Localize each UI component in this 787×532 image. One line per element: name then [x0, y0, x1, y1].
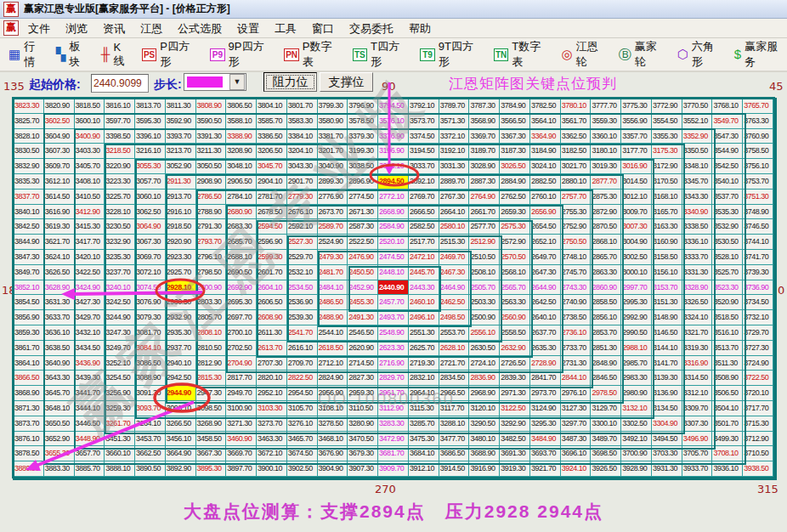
- grid-cell-r24c7[interactable]: 3667.30: [196, 446, 227, 461]
- grid-cell-r21c18[interactable]: 3124.90: [530, 401, 561, 416]
- grid-cell-r8c21[interactable]: 3009.70: [621, 205, 652, 220]
- grid-cell-r24c4[interactable]: 3660.10: [105, 446, 135, 461]
- grid-cell-r24c25[interactable]: 3710.50: [743, 446, 773, 461]
- grid-cell-r19c24[interactable]: 3508.90: [712, 371, 743, 386]
- grid-cell-r2c15[interactable]: 3571.30: [439, 114, 470, 129]
- grid-cell-r12c13[interactable]: 2448.10: [378, 265, 409, 280]
- grid-cell-r6c23[interactable]: 3345.70: [682, 174, 713, 190]
- grid-cell-r9c25[interactable]: 3746.50: [743, 219, 773, 235]
- grid-cell-r14c24[interactable]: 3520.90: [712, 295, 743, 310]
- grid-cell-r22c24[interactable]: 3501.70: [712, 416, 743, 432]
- grid-cell-r1c3[interactable]: 3818.50: [75, 99, 105, 114]
- grid-cell-r22c6[interactable]: 3266.50: [166, 416, 196, 432]
- grid-cell-r1c1[interactable]: 3823.30: [14, 99, 44, 114]
- grid-cell-r5c2[interactable]: 3609.70: [44, 159, 75, 174]
- grid-cell-r6c7[interactable]: 2908.90: [196, 174, 227, 190]
- grid-cell-r9c19[interactable]: 2752.90: [561, 219, 592, 235]
- grid-cell-r5c15[interactable]: 3031.30: [439, 159, 470, 174]
- grid-cell-r17c20[interactable]: 2851.30: [591, 341, 621, 356]
- grid-cell-r10c22[interactable]: 3160.90: [652, 235, 682, 250]
- grid-cell-r23c20[interactable]: 3489.70: [591, 432, 621, 447]
- grid-cell-r8c13[interactable]: 2668.90: [378, 205, 409, 220]
- grid-cell-r10c3[interactable]: 3417.70: [75, 235, 105, 250]
- grid-cell-r9c22[interactable]: 3163.30: [652, 219, 682, 235]
- grid-cell-r5c3[interactable]: 3405.70: [75, 159, 105, 174]
- grid-cell-r13c20[interactable]: 2860.90: [591, 280, 621, 296]
- grid-cell-r18c21[interactable]: 2985.70: [621, 356, 652, 371]
- grid-cell-r13c3[interactable]: 3424.90: [75, 280, 105, 296]
- grid-cell-r22c25[interactable]: 3715.30: [743, 416, 773, 432]
- grid-cell-r23c15[interactable]: 3477.70: [439, 432, 470, 447]
- grid-cell-r6c18[interactable]: 2882.50: [530, 174, 561, 190]
- grid-cell-r12c2[interactable]: 3626.50: [44, 265, 75, 280]
- grid-cell-r22c10[interactable]: 3276.10: [287, 416, 318, 432]
- grid-cell-r18c23[interactable]: 3316.90: [682, 356, 713, 371]
- grid-cell-r4c1[interactable]: 3830.50: [14, 144, 44, 159]
- grid-cell-r4c18[interactable]: 3184.90: [530, 144, 561, 159]
- grid-cell-r3c7[interactable]: 3391.30: [196, 129, 227, 144]
- grid-cell-r11c19[interactable]: 2748.10: [561, 250, 592, 265]
- grid-cell-r21c19[interactable]: 3127.30: [561, 401, 592, 416]
- grid-cell-r19c22[interactable]: 3139.30: [652, 371, 682, 386]
- grid-cell-r24c23[interactable]: 3705.70: [682, 446, 713, 461]
- grid-cell-r14c5[interactable]: 3076.90: [135, 295, 166, 310]
- grid-cell-r24c17[interactable]: 3691.30: [500, 446, 530, 461]
- step-select[interactable]: ▼: [184, 73, 246, 91]
- grid-cell-r16c6[interactable]: 2935.30: [166, 325, 196, 341]
- grid-cell-r17c3[interactable]: 3434.50: [75, 341, 105, 356]
- grid-cell-r11c16[interactable]: 2510.50: [469, 250, 500, 265]
- grid-cell-r14c7[interactable]: 2803.30: [196, 295, 227, 310]
- grid-cell-r4c19[interactable]: 3182.50: [561, 144, 592, 159]
- grid-cell-r1c5[interactable]: 3813.70: [135, 99, 166, 114]
- grid-cell-r12c14[interactable]: 2445.70: [409, 265, 439, 280]
- grid-cell-r13c4[interactable]: 3240.10: [105, 280, 135, 296]
- grid-cell-r2c4[interactable]: 3597.70: [105, 114, 135, 129]
- grid-cell-r11c21[interactable]: 3002.50: [621, 250, 652, 265]
- grid-cell-r20c23[interactable]: 3312.10: [682, 386, 713, 401]
- grid-cell-r15c24[interactable]: 3518.50: [712, 310, 743, 325]
- grid-cell-r5c18[interactable]: 3024.10: [530, 159, 561, 174]
- grid-cell-r16c3[interactable]: 3432.10: [75, 325, 105, 341]
- grid-cell-r6c13[interactable]: 2894.50: [378, 174, 409, 190]
- grid-cell-r22c21[interactable]: 3302.50: [621, 416, 652, 432]
- grid-cell-r22c9[interactable]: 3273.70: [257, 416, 287, 432]
- grid-cell-r25c9[interactable]: 3900.10: [257, 461, 287, 477]
- grid-cell-r25c14[interactable]: 3912.10: [409, 461, 439, 477]
- grid-cell-r25c19[interactable]: 3924.10: [561, 461, 592, 477]
- grid-cell-r4c3[interactable]: 3403.30: [75, 144, 105, 159]
- grid-cell-r23c12[interactable]: 3470.50: [348, 432, 378, 447]
- grid-cell-r12c11[interactable]: 2481.70: [318, 265, 348, 280]
- grid-cell-r22c14[interactable]: 3285.70: [409, 416, 439, 432]
- grid-cell-r1c20[interactable]: 3777.70: [591, 99, 621, 114]
- grid-cell-r17c7[interactable]: 2810.50: [196, 341, 227, 356]
- grid-cell-r22c1[interactable]: 3873.70: [14, 416, 44, 432]
- grid-cell-r3c9[interactable]: 3386.50: [257, 129, 287, 144]
- grid-cell-r11c12[interactable]: 2476.90: [348, 250, 378, 265]
- grid-cell-r3c20[interactable]: 3360.10: [591, 129, 621, 144]
- grid-cell-r21c25[interactable]: 3717.70: [743, 401, 773, 416]
- grid-cell-r12c20[interactable]: 2863.30: [591, 265, 621, 280]
- grid-cell-r4c11[interactable]: 3201.70: [318, 144, 348, 159]
- grid-cell-r7c19[interactable]: 2757.70: [561, 190, 592, 205]
- grid-cell-r13c16[interactable]: 2505.70: [469, 280, 500, 296]
- grid-cell-r15c21[interactable]: 2992.90: [621, 310, 652, 325]
- grid-cell-r7c6[interactable]: 2913.70: [166, 190, 196, 205]
- grid-cell-r23c16[interactable]: 3480.10: [469, 432, 500, 447]
- grid-cell-r10c21[interactable]: 3004.90: [621, 235, 652, 250]
- grid-cell-r6c1[interactable]: 3835.30: [14, 174, 44, 190]
- grid-cell-r8c25[interactable]: 3748.90: [743, 205, 773, 220]
- grid-cell-r12c9[interactable]: 2601.70: [257, 265, 287, 280]
- grid-cell-r18c13[interactable]: 2716.90: [378, 356, 409, 371]
- grid-cell-r15c6[interactable]: 2932.90: [166, 310, 196, 325]
- grid-cell-r9c10[interactable]: 2592.10: [287, 219, 318, 235]
- grid-cell-r22c12[interactable]: 3280.90: [348, 416, 378, 432]
- grid-cell-r11c8[interactable]: 2688.10: [226, 250, 257, 265]
- grid-cell-r7c7[interactable]: 2786.50: [196, 190, 227, 205]
- grid-cell-r25c1[interactable]: 3880.90: [14, 461, 44, 477]
- grid-cell-r9c5[interactable]: 3064.90: [135, 219, 166, 235]
- grid-cell-r11c3[interactable]: 3420.10: [75, 250, 105, 265]
- grid-cell-r15c4[interactable]: 3244.90: [105, 310, 135, 325]
- grid-cell-r21c22[interactable]: 3134.50: [652, 401, 682, 416]
- grid-cell-r20c25[interactable]: 3720.10: [743, 386, 773, 401]
- grid-cell-r7c24[interactable]: 3537.70: [712, 190, 743, 205]
